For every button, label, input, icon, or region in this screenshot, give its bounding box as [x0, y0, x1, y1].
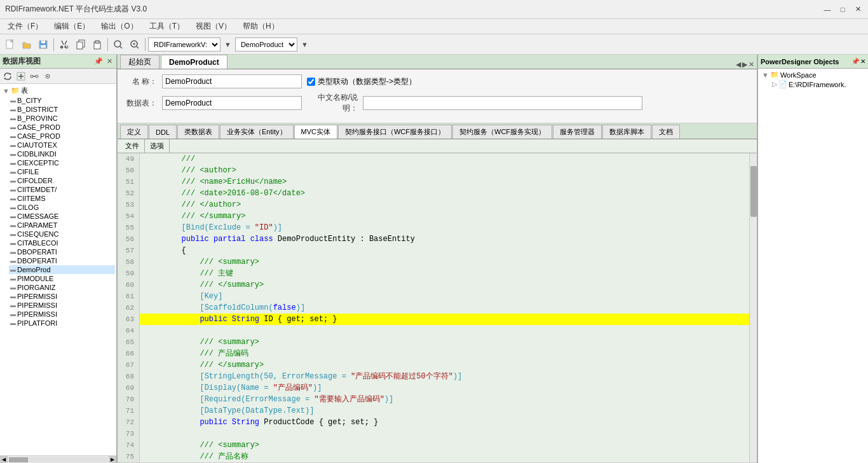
tab-definition[interactable]: 定义	[120, 125, 148, 139]
tree-item-caseprod1[interactable]: ▬ CASE_PROD	[9, 123, 115, 132]
tree-item-demoprod[interactable]: ▬ DemoProd	[9, 265, 115, 274]
vertical-scrollbar[interactable]	[749, 153, 757, 462]
tree-item-dboperati2[interactable]: ▬ DBOPERATI	[9, 256, 115, 265]
tree-item-cisequenc[interactable]: ▬ CISEQUENC	[9, 230, 115, 238]
panel-pin-button[interactable]: 📌	[93, 57, 104, 66]
tree-item-cidblinkdi[interactable]: ▬ CIDBLINKDI	[9, 149, 115, 158]
scroll-left-button[interactable]: ◀	[0, 456, 8, 464]
tree-connect-button[interactable]	[28, 70, 41, 83]
tab-close[interactable]: ✕	[749, 60, 754, 69]
line-content: /// <summary>	[140, 439, 749, 451]
scroll-right-button[interactable]: ▶	[109, 456, 116, 464]
tree-item-dboperati1[interactable]: ▬ DBOPERATI	[9, 247, 115, 256]
tree-item-pimodule[interactable]: ▬ PIMODULE	[9, 274, 115, 283]
right-tree-rdi: ▷ 📄 E:\RDIFramework.	[759, 79, 867, 89]
tree-item-ciitemdet[interactable]: ▬ CIITEMDET/	[9, 185, 115, 194]
table-icon: ▬	[10, 142, 16, 148]
tree-item-ciexceptic[interactable]: ▬ CIEXCEPTIC	[9, 158, 115, 167]
copy-button[interactable]	[73, 37, 88, 52]
sub-tab-file[interactable]: 文件	[120, 139, 145, 153]
maximize-button[interactable]: □	[837, 4, 848, 15]
menu-tools[interactable]: 工具（T）	[144, 20, 189, 33]
tree-item-citablecoi[interactable]: ▬ CITABLECOI	[9, 238, 115, 247]
framework-select[interactable]: RDIFrameworkV:	[148, 38, 220, 52]
tree-item-bcity[interactable]: ▬ B_CITY	[9, 96, 115, 105]
tree-item-pipermissi2[interactable]: ▬ PIPERMISSI	[9, 301, 115, 310]
panel-close-button[interactable]: ✕	[105, 57, 114, 66]
menu-help[interactable]: 帮助（H）	[238, 20, 284, 33]
tree-item-piplatfori[interactable]: ▬ PIPLATFORI	[9, 319, 115, 328]
tree-item-bdistrict[interactable]: ▬ B_DISTRICT	[9, 105, 115, 114]
code-editor[interactable]: 49 /// 50 /// <author>51 /// <name>EricH…	[118, 153, 749, 462]
tab-demoproduct[interactable]: DemoProduct	[161, 55, 227, 69]
svg-point-21	[36, 75, 38, 78]
tab-nav-right[interactable]: ▶	[742, 60, 747, 69]
type-sync-checkbox[interactable]: 类型联动（数据类型->类型）	[307, 76, 416, 87]
new-button[interactable]	[3, 37, 18, 52]
close-button[interactable]: ✕	[853, 4, 863, 15]
zoom-button[interactable]	[127, 37, 142, 52]
tree-item-caseprod2[interactable]: ▬ CASE_PROD	[9, 132, 115, 141]
menu-edit[interactable]: 编辑（E）	[49, 20, 95, 33]
tree-item-cimessage[interactable]: ▬ CIMESSAGE	[9, 212, 115, 221]
tab-ddl[interactable]: DDL	[149, 125, 177, 139]
code-area-wrapper: 49 /// 50 /// <author>51 /// <name>EricH…	[118, 153, 757, 462]
right-panel: PowerDesigner Objects 📌 ✕ ▼ 📁 WorkSpace …	[757, 55, 868, 463]
minimize-button[interactable]: —	[822, 4, 832, 15]
tree-item-piorganiz[interactable]: ▬ PIORGANIZ	[9, 283, 115, 292]
line-number: 58	[118, 256, 140, 268]
tab-db-script[interactable]: 数据库脚本	[602, 125, 651, 139]
save-button[interactable]	[36, 37, 51, 52]
tree-item-bprovinc[interactable]: ▬ B_PROVINC	[9, 114, 115, 123]
line-content: [DataType(DataType.Text)]	[140, 405, 749, 417]
menu-view[interactable]: 视图（V）	[191, 20, 236, 33]
tab-wcf-interface[interactable]: 契约服务接口（WCF服务接口）	[338, 125, 452, 139]
tree-item-cifile[interactable]: ▬ CIFILE	[9, 167, 115, 176]
tab-wcf-impl[interactable]: 契约服务（WCF服务实现）	[452, 125, 552, 139]
line-number: 59	[118, 268, 140, 279]
tab-start[interactable]: 起始页	[120, 55, 159, 69]
tree-item-ciitems[interactable]: ▬ CIITEMS	[9, 194, 115, 203]
line-content: [ScaffoldColumn(false)]	[140, 302, 749, 314]
tab-mvc-entity[interactable]: MVC实体	[294, 125, 337, 139]
right-panel-resize[interactable]	[864, 55, 868, 449]
right-panel-pin[interactable]: 📌	[851, 58, 859, 65]
tab-entity[interactable]: 业务实体（Entity）	[220, 125, 294, 139]
table-icon: ▬	[10, 302, 16, 308]
tab-doc[interactable]: 文档	[652, 125, 680, 139]
code-tab-row: 定义 DDL 类数据表 业务实体（Entity） MVC实体 契约服务接口（WC…	[118, 123, 757, 139]
cut-button[interactable]	[57, 37, 72, 52]
tree-item-pipermissi3[interactable]: ▬ PIPERMISSI	[9, 310, 115, 319]
search-button[interactable]	[111, 37, 126, 52]
right-tree-rdi-item[interactable]: ▷ 📄 E:\RDIFramework.	[770, 79, 867, 89]
left-panel-title: 数据库视图	[3, 56, 41, 67]
paste-button[interactable]	[90, 37, 105, 52]
right-tree-workspace[interactable]: ▼ 📁 WorkSpace	[759, 70, 867, 79]
sub-tab-options[interactable]: 选项	[145, 139, 170, 153]
project-select[interactable]: DemoProduct	[235, 38, 297, 52]
name-input[interactable]	[162, 74, 302, 88]
tree-item-ciautotex[interactable]: ▬ CIAUTOTEX	[9, 141, 115, 149]
tree-refresh-button[interactable]	[1, 70, 14, 83]
database-tree[interactable]: ▼ 📁 表 ▬ B_CITY ▬ B_DISTRICT ▬ B_PROVINC …	[0, 84, 116, 455]
tree-item-cifolder[interactable]: ▬ CIFOLDER	[9, 176, 115, 185]
horizontal-scroll-thumb[interactable]	[9, 457, 28, 462]
tree-settings-button[interactable]	[41, 70, 54, 83]
tree-add-button[interactable]	[15, 70, 27, 83]
tree-item-pipermissi1[interactable]: ▬ PIPERMISSI	[9, 292, 115, 301]
tab-class-table[interactable]: 类数据表	[177, 125, 219, 139]
scrollbar-thumb[interactable]	[750, 166, 757, 217]
tab-nav-left[interactable]: ◀	[736, 60, 741, 69]
menu-file[interactable]: 文件（F）	[3, 20, 48, 33]
tab-service-mgr[interactable]: 服务管理器	[553, 125, 602, 139]
open-button[interactable]	[19, 37, 34, 52]
menu-output[interactable]: 输出（O）	[96, 20, 142, 33]
chinese-input[interactable]	[363, 96, 642, 110]
type-sync-check[interactable]	[307, 78, 315, 86]
tree-item-cilog[interactable]: ▬ CILOG	[9, 203, 115, 212]
tree-root[interactable]: ▼ 📁 表	[1, 85, 115, 96]
left-panel-scrollbar: ◀ ▶	[0, 455, 116, 463]
svg-rect-1	[11, 40, 13, 42]
table-input[interactable]	[162, 96, 302, 110]
tree-item-ciparamet[interactable]: ▬ CIPARAMET	[9, 221, 115, 230]
